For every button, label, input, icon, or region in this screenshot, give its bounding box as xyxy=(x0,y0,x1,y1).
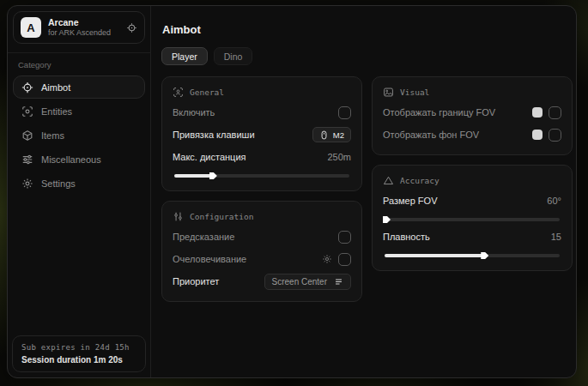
priority-value: Screen Center xyxy=(272,277,327,286)
fov-border-color-swatch[interactable] xyxy=(532,107,543,118)
visual-card: Visual Отображать границу FOV Отображать… xyxy=(372,76,573,155)
setting-label: Отображать фон FOV xyxy=(383,130,479,140)
tab-dino[interactable]: Dino xyxy=(214,47,253,65)
keybind-value: M2 xyxy=(333,130,344,140)
gear-icon xyxy=(21,178,33,190)
card-title: Visual xyxy=(400,87,429,97)
distance-slider[interactable] xyxy=(174,174,349,178)
sidebar-item-entities[interactable]: Entities xyxy=(13,100,145,123)
humanize-checkbox[interactable] xyxy=(338,253,351,266)
session-duration: Session duration 1m 20s xyxy=(21,355,136,365)
setting-label: Очеловечивание xyxy=(173,254,246,264)
setting-row-fov-bg: Отображать фон FOV xyxy=(383,124,561,145)
sliders-icon xyxy=(21,154,33,166)
smoothness-slider[interactable] xyxy=(385,254,560,257)
priority-dropdown[interactable]: Screen Center xyxy=(264,274,351,290)
sidebar-item-miscellaneous[interactable]: Miscellaneous xyxy=(13,148,145,171)
setting-row-smoothness: Плавность 15 xyxy=(383,226,561,247)
enable-checkbox[interactable] xyxy=(338,106,351,119)
fov-bg-color-swatch[interactable] xyxy=(532,130,543,140)
card-title: Configuration xyxy=(190,212,253,221)
setting-label: Отображать границу FOV xyxy=(383,107,495,118)
gear-small-icon[interactable] xyxy=(322,254,332,264)
crosshair-settings-icon[interactable] xyxy=(126,22,137,33)
fov-bg-checkbox[interactable] xyxy=(549,129,561,142)
sidebar-divider xyxy=(8,52,150,53)
setting-label: Привязка клавиши xyxy=(173,130,255,140)
sidebar-item-label: Aimbot xyxy=(41,82,70,93)
setting-row-priority: Приоритет Screen Center xyxy=(173,271,351,292)
app-window: A Arcane for ARK Ascended Category xyxy=(7,5,577,378)
person-scan-icon xyxy=(173,87,184,98)
setting-row-fov-border: Отображать границу FOV xyxy=(383,102,561,123)
smoothness-value: 15 xyxy=(551,232,561,242)
sidebar-item-items[interactable]: Items xyxy=(13,124,145,147)
slider-fill xyxy=(174,174,213,178)
image-icon xyxy=(383,87,394,98)
app-name: Arcane xyxy=(48,17,111,28)
sidebar-item-label: Items xyxy=(41,130,64,141)
box-icon xyxy=(21,130,33,142)
setting-row-prediction: Предсказание xyxy=(173,226,351,247)
sidebar-item-label: Entities xyxy=(41,106,72,117)
setting-row-distance: Макс. дистанция 250m xyxy=(173,147,351,167)
fov-border-checkbox[interactable] xyxy=(549,106,561,119)
game-background: { "app": { "logo_letter": "A", "name": "… xyxy=(0,0,588,386)
card-title: Accuracy xyxy=(400,176,439,185)
triangle-icon xyxy=(383,175,394,186)
distance-value: 250m xyxy=(327,152,351,162)
prediction-checkbox[interactable] xyxy=(338,231,351,244)
right-column: Visual Отображать границу FOV Отображать… xyxy=(372,76,573,271)
setting-row-humanize: Очеловечивание xyxy=(173,249,351,269)
sidebar-item-aimbot[interactable]: Aimbot xyxy=(13,75,145,99)
configuration-card: Configuration Предсказание Очеловечивани… xyxy=(161,201,362,302)
subscription-expiry: Sub expires in 24d 15h xyxy=(21,343,136,352)
setting-row-fov-size: Размер FOV 60° xyxy=(383,190,561,211)
tune-icon xyxy=(173,211,184,222)
card-title: General xyxy=(190,87,224,97)
slider-fill xyxy=(385,218,386,221)
sidebar: A Arcane for ARK Ascended Category xyxy=(8,6,151,377)
app-logo: A xyxy=(21,17,41,38)
setting-label: Приоритет xyxy=(173,276,219,286)
setting-row-enable: Включить xyxy=(173,102,351,123)
setting-label: Плавность xyxy=(383,232,430,242)
card-columns: General Включить Привязка клавиши xyxy=(161,76,576,302)
slider-thumb[interactable] xyxy=(209,172,217,179)
keybind-button[interactable]: M2 xyxy=(312,127,351,142)
crosshair-icon xyxy=(21,81,33,93)
page-title: Aimbot xyxy=(162,23,576,36)
setting-label: Предсказание xyxy=(173,232,234,242)
slider-thumb[interactable] xyxy=(383,216,391,223)
slider-thumb[interactable] xyxy=(481,252,488,259)
setting-label: Макс. дистанция xyxy=(173,152,246,162)
scan-icon xyxy=(21,106,33,118)
setting-label: Размер FOV xyxy=(383,196,437,206)
setting-label: Включить xyxy=(173,107,215,118)
sidebar-item-settings[interactable]: Settings xyxy=(13,172,145,195)
left-column: General Включить Привязка клавиши xyxy=(161,76,362,302)
brand-card: A Arcane for ARK Ascended xyxy=(13,11,145,44)
list-icon xyxy=(334,277,343,286)
mouse-icon xyxy=(319,130,329,140)
accuracy-card: Accuracy Размер FOV 60° Плавность 15 xyxy=(372,165,573,271)
main-content: Aimbot Player Dino Gener xyxy=(151,6,576,377)
sidebar-item-label: Settings xyxy=(41,178,76,189)
category-label: Category xyxy=(18,60,140,69)
setting-row-keybind: Привязка клавиши M2 xyxy=(173,124,351,145)
subscription-card: Sub expires in 24d 15h Session duration … xyxy=(12,335,146,372)
fov-size-slider[interactable] xyxy=(385,218,560,221)
sidebar-item-label: Miscellaneous xyxy=(41,154,101,165)
tab-bar: Player Dino xyxy=(161,47,576,65)
fov-size-value: 60° xyxy=(547,196,561,206)
tab-player[interactable]: Player xyxy=(161,47,208,65)
app-subtitle: for ARK Ascended xyxy=(48,28,111,38)
slider-fill xyxy=(385,254,484,257)
general-card: General Включить Привязка клавиши xyxy=(161,76,362,191)
